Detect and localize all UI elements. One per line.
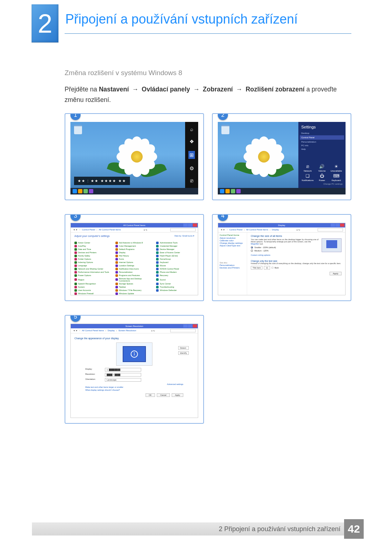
settings-charm-icon: ⎚ (190, 178, 193, 184)
sidebar-link: Calibrate color (220, 239, 245, 242)
network-icon: ⎚ (301, 164, 314, 169)
adjust-settings-heading: Adjust your computer's settings (74, 235, 110, 237)
control-panel-item: Ease of Access Center (156, 251, 194, 254)
cp-item-label: Fonts (119, 258, 124, 260)
control-panel-item: NVIDIA Control Panel (156, 268, 194, 270)
window-titlebar: Screen Resolution (71, 324, 198, 328)
taskbar-app-icon (83, 189, 88, 193)
taskbar-explorer-icon (225, 189, 230, 193)
control-panel-item: Notification Area Icons (115, 268, 154, 270)
display-main: Change the size of all items You can mak… (247, 233, 345, 295)
cp-item-icon (115, 261, 118, 264)
path-display: Zobrazení (203, 86, 233, 93)
monitor-icon: 1 (123, 346, 146, 362)
radio-smaller: Smaller - 100% (default) (251, 246, 319, 249)
control-panel-item: Remote App and Desktop Connections (115, 278, 154, 282)
taskbar (218, 188, 346, 194)
sidebar-link: Change display settings (220, 242, 245, 244)
cp-item-icon (156, 274, 159, 277)
apply-button: Apply (330, 272, 342, 275)
cp-item-icon (115, 251, 118, 254)
cp-item-icon (74, 251, 77, 254)
settings-item: PC info (301, 144, 343, 147)
control-panel-item: Region (74, 278, 113, 282)
control-panel-item: Action Center (74, 242, 113, 244)
address-bar: ◄ ►↑ Control Panel› All Control Panel It… (218, 227, 345, 233)
path-control-panel: Ovládací panely (142, 86, 190, 93)
preview-thumbnail (322, 238, 342, 252)
cp-item-label: Administrative Tools (160, 242, 177, 244)
advanced-settings-link: Advanced settings (85, 383, 183, 385)
arrow-icon: → (132, 86, 139, 93)
cp-item-label: AutoPlay (78, 245, 86, 247)
daisy-wallpaper (246, 139, 282, 175)
taskbar (70, 188, 198, 194)
control-panel-item: Indexing Options (74, 261, 113, 264)
control-panel-item: Phone and Modem (156, 271, 194, 274)
cp-item-label: Taskbar (119, 286, 126, 288)
custom-sizing-link: Custom sizing options (251, 254, 342, 256)
help-link: What display settings should I choose? (85, 389, 183, 391)
screenshot-grid: 1 (65, 113, 351, 424)
control-panel-item: Windows 7 File Recovery (115, 289, 154, 292)
settings-item: Personalization (301, 140, 343, 144)
see-also: See also (220, 262, 245, 264)
footer-chapter-label: 2 Připojení a používání vstupních zaříze… (215, 522, 344, 535)
control-panel-item: Family Safety (74, 255, 113, 257)
breadcrumb: Control Panel (229, 229, 242, 231)
footer-bar (32, 522, 215, 535)
arrow-icon: → (236, 86, 242, 93)
cp-item-icon (115, 258, 118, 260)
cp-item-icon (115, 292, 118, 295)
cp-item-label: Windows Firewall (78, 292, 94, 295)
window-controls (183, 223, 197, 227)
daisy-wallpaper (119, 139, 155, 175)
quick-power: ⏻Power (315, 173, 328, 181)
cp-item-icon (74, 283, 77, 285)
cp-item-label: Notification Area Icons (119, 268, 139, 270)
cp-item-label: Display (119, 251, 126, 254)
cp-item-label: Family Safety (78, 255, 90, 257)
cp-item-label: File History (119, 255, 129, 257)
cp-item-icon (156, 258, 159, 260)
screen-resolution-window: Screen Resolution ◄ ►↑ All Control Panel… (70, 324, 198, 418)
cp-item-label: Windows Update (119, 292, 134, 295)
breadcrumb: All Control Panel Items (246, 229, 268, 231)
clock-overlay: ★★ : ★★ ★★★★ ★★ (74, 177, 130, 185)
cp-item-icon (74, 289, 77, 292)
control-panel-item: Troubleshooting (156, 286, 194, 288)
cp-item-label: NVIDIA Control Panel (160, 268, 179, 270)
control-panel-item: Folder Options (74, 258, 113, 260)
footer: 2 Připojení a používání vstupních zaříze… (32, 519, 364, 539)
cp-item-label: Personalization (119, 271, 133, 273)
cancel-button: Cancel (157, 393, 170, 397)
appearance-heading: Change the appearance of your display (74, 337, 194, 340)
minimize-icon (183, 223, 188, 227)
control-panel-item: Power Options (74, 274, 113, 277)
cp-item-icon (156, 283, 159, 285)
cp-item-label: Sync Center (160, 283, 171, 285)
control-panel-item: Mouse (156, 264, 194, 267)
window-title: Display (278, 224, 285, 226)
breadcrumb: Display (108, 329, 115, 332)
content-area: Změna rozlišení v systému Windows 8 Přej… (65, 69, 351, 424)
cp-item-label: Programs and Features (119, 274, 140, 276)
resolution-combo: ████ × ████ (105, 373, 141, 377)
cp-item-icon (115, 268, 118, 270)
cp-item-label: Keyboard (160, 261, 168, 263)
screenshot-step-3: 3 All Control Panel Items ◄ ►↑ Control P… (65, 214, 204, 301)
cp-item-label: Folder Options (78, 258, 91, 260)
cp-item-label: Remote App and Desktop Connections (119, 278, 154, 282)
cp-item-icon (74, 264, 77, 267)
control-panel-item: User Accounts (74, 289, 113, 292)
cp-item-icon (74, 292, 77, 295)
brightness-icon: ☀ (330, 164, 343, 169)
orientation-combo: Landscape (105, 378, 141, 382)
cp-item-icon (156, 242, 159, 244)
window-title: All Control Panel Items (123, 224, 145, 226)
cp-item-icon (115, 286, 118, 288)
windows8-desktop: Settings Desktop Control Panel Personali… (218, 122, 346, 194)
settings-quick-grid: ⎚Network 🔊Volume ☀Unavailable ❏Notificat… (301, 164, 343, 181)
cp-item-icon (74, 278, 77, 281)
quick-keyboard: ⌨Keyboard (330, 173, 343, 181)
